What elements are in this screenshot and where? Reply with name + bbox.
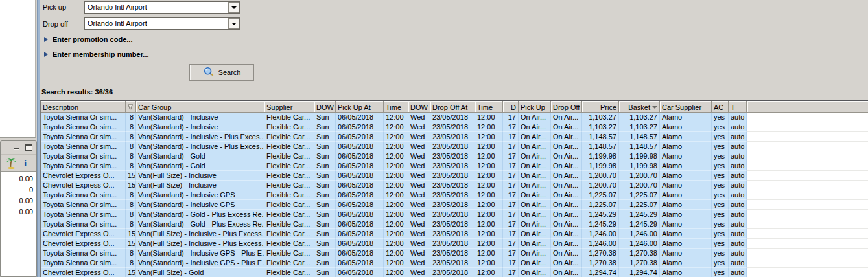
table-row[interactable]: Toyota Sienna Or sim...8Van(Standard) - … xyxy=(41,200,868,210)
cell-ac[interactable]: yes xyxy=(712,219,729,229)
cell-drop_off[interactable]: On Air... xyxy=(551,239,582,249)
cell-dow1[interactable]: Sun xyxy=(314,181,336,190)
cell-basket[interactable]: 1,199.98 xyxy=(619,161,660,171)
cell-time1[interactable]: 12:00 xyxy=(384,249,408,258)
cell-d[interactable]: 17 xyxy=(503,258,519,268)
cell-car_supplier[interactable]: Alamo xyxy=(660,258,712,268)
cell-drop_off[interactable]: On Air... xyxy=(551,151,582,161)
cell-car_supplier[interactable]: Alamo xyxy=(660,132,712,142)
cell-pick_up[interactable]: On Air... xyxy=(519,122,551,132)
cell-ac[interactable]: yes xyxy=(712,210,729,219)
cell-drop_off[interactable]: On Air... xyxy=(551,161,582,171)
cell-description[interactable]: Toyota Sienna Or sim... xyxy=(41,161,126,171)
cell-pick_up_at[interactable]: 06/05/2018 xyxy=(336,239,384,249)
cell-dow2[interactable]: Wed xyxy=(408,142,430,151)
cell-basket[interactable]: 1,246.00 xyxy=(619,239,660,249)
dropoff-dropdown-button[interactable] xyxy=(228,18,239,29)
cell-drop_off_at[interactable]: 23/05/2018 xyxy=(430,181,475,190)
cell-s[interactable]: 8 xyxy=(126,200,136,210)
cell-description[interactable]: Toyota Sienna Or sim... xyxy=(41,258,126,268)
cell-pick_up[interactable]: On Air... xyxy=(519,190,551,200)
cell-drop_off_at[interactable]: 23/05/2018 xyxy=(430,113,475,122)
cell-time2[interactable]: 12:00 xyxy=(475,122,503,132)
cell-t[interactable]: auto xyxy=(729,190,747,200)
table-row[interactable]: Chevrolet Express O...15Van(Full Size) -… xyxy=(41,181,868,190)
cell-drop_off[interactable]: On Air... xyxy=(551,132,582,142)
cell-s[interactable]: 15 xyxy=(126,229,136,239)
cell-time2[interactable]: 12:00 xyxy=(475,113,503,122)
cell-drop_off_at[interactable]: 23/05/2018 xyxy=(430,132,475,142)
cell-basket[interactable]: 1,246.00 xyxy=(619,229,660,239)
cell-price[interactable]: 1,294.74 xyxy=(582,268,619,277)
cell-pick_up[interactable]: On Air... xyxy=(519,113,551,122)
cell-pick_up[interactable]: On Air... xyxy=(519,171,551,181)
cell-d[interactable]: 17 xyxy=(503,249,519,258)
table-row[interactable]: Toyota Sienna Or sim...8Van(Standard) - … xyxy=(41,132,868,142)
cell-supplier[interactable]: Flexible Car... xyxy=(264,229,314,239)
cell-ac[interactable]: yes xyxy=(712,161,729,171)
cell-t[interactable]: auto xyxy=(729,229,747,239)
cell-time2[interactable]: 12:00 xyxy=(475,200,503,210)
cell-d[interactable]: 17 xyxy=(503,113,519,122)
column-header-price[interactable]: Price xyxy=(582,101,619,113)
cell-price[interactable]: 1,246.00 xyxy=(582,239,619,249)
cell-car_group[interactable]: Van(Full Size) - Inclusive - Plus Excess… xyxy=(136,229,264,239)
cell-drop_off_at[interactable]: 23/05/2018 xyxy=(430,190,475,200)
cell-basket[interactable]: 1,225.07 xyxy=(619,190,660,200)
cell-drop_off[interactable]: On Air... xyxy=(551,200,582,210)
cell-d[interactable]: 17 xyxy=(503,190,519,200)
cell-d[interactable]: 17 xyxy=(503,229,519,239)
cell-description[interactable]: Toyota Sienna Or sim... xyxy=(41,113,126,122)
cell-t[interactable]: auto xyxy=(729,249,747,258)
cell-time1[interactable]: 12:00 xyxy=(384,239,408,249)
cell-description[interactable]: Chevrolet Express O... xyxy=(41,229,126,239)
cell-supplier[interactable]: Flexible Car... xyxy=(264,161,314,171)
cell-pick_up_at[interactable]: 06/05/2018 xyxy=(336,142,384,151)
cell-car_group[interactable]: Van(Full Size) - Gold xyxy=(136,268,264,277)
cell-dow1[interactable]: Sun xyxy=(314,113,336,122)
cell-t[interactable]: auto xyxy=(729,200,747,210)
cell-time1[interactable]: 12:00 xyxy=(384,151,408,161)
cell-car_group[interactable]: Van(Standard) - Inclusive - Plus Exces..… xyxy=(136,142,264,151)
cell-ac[interactable]: yes xyxy=(712,190,729,200)
cell-description[interactable]: Toyota Sienna Or sim... xyxy=(41,200,126,210)
cell-drop_off[interactable]: On Air... xyxy=(551,171,582,181)
cell-drop_off[interactable]: On Air... xyxy=(551,113,582,122)
cell-car_group[interactable]: Van(Standard) - Inclusive xyxy=(136,122,264,132)
cell-drop_off_at[interactable]: 23/05/2018 xyxy=(430,258,475,268)
cell-d[interactable]: 17 xyxy=(503,161,519,171)
cell-description[interactable]: Toyota Sienna Or sim... xyxy=(41,219,126,229)
cell-drop_off[interactable]: On Air... xyxy=(551,258,582,268)
cell-car_supplier[interactable]: Alamo xyxy=(660,219,712,229)
cell-pick_up[interactable]: On Air... xyxy=(519,161,551,171)
column-header-dow2[interactable]: DOW xyxy=(408,101,430,113)
cell-supplier[interactable]: Flexible Car... xyxy=(264,268,314,277)
cell-basket[interactable]: 1,270.38 xyxy=(619,258,660,268)
cell-time1[interactable]: 12:00 xyxy=(384,219,408,229)
cell-ac[interactable]: yes xyxy=(712,229,729,239)
cell-ac[interactable]: yes xyxy=(712,151,729,161)
cell-pick_up_at[interactable]: 06/05/2018 xyxy=(336,219,384,229)
cell-description[interactable]: Toyota Sienna Or sim... xyxy=(41,249,126,258)
cell-pick_up_at[interactable]: 06/05/2018 xyxy=(336,132,384,142)
column-header-dow1[interactable]: DOW xyxy=(314,101,336,113)
column-header-s[interactable]: S xyxy=(126,101,136,113)
table-row[interactable]: Chevrolet Express O...15Van(Full Size) -… xyxy=(41,229,868,239)
cell-supplier[interactable]: Flexible Car... xyxy=(264,151,314,161)
cell-pick_up_at[interactable]: 06/05/2018 xyxy=(336,171,384,181)
cell-dow1[interactable]: Sun xyxy=(314,200,336,210)
cell-pick_up_at[interactable]: 06/05/2018 xyxy=(336,190,384,200)
cell-pick_up[interactable]: On Air... xyxy=(519,249,551,258)
minimize-icon[interactable] xyxy=(12,144,21,151)
cell-dow1[interactable]: Sun xyxy=(314,151,336,161)
cell-s[interactable]: 15 xyxy=(126,268,136,277)
table-row[interactable]: Toyota Sienna Or sim...8Van(Standard) - … xyxy=(41,122,868,132)
cell-s[interactable]: 8 xyxy=(126,219,136,229)
cell-t[interactable]: auto xyxy=(729,219,747,229)
cell-dow1[interactable]: Sun xyxy=(314,161,336,171)
cell-drop_off[interactable]: On Air... xyxy=(551,210,582,219)
column-header-time1[interactable]: Time xyxy=(384,101,408,113)
cell-d[interactable]: 17 xyxy=(503,181,519,190)
cell-supplier[interactable]: Flexible Car... xyxy=(264,258,314,268)
cell-price[interactable]: 1,148.57 xyxy=(582,142,619,151)
